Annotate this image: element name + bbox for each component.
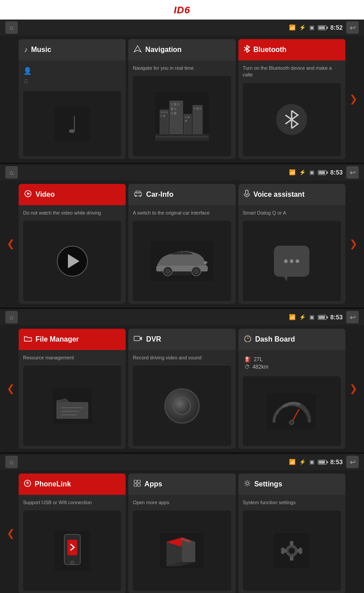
svg-rect-8 <box>161 115 162 117</box>
cards-container-3: File Manager Resource management <box>19 329 345 449</box>
svg-rect-25 <box>199 107 201 110</box>
home-button-3[interactable]: ⌂ <box>5 311 18 323</box>
svg-rect-17 <box>174 112 176 115</box>
card-navigation[interactable]: Navigation Navigate for you in real time <box>128 39 235 159</box>
dvr-icon-area <box>133 366 231 446</box>
right-arrow-3[interactable]: ❯ <box>345 329 361 449</box>
cards-container-2: Video Do not watch the video while drivi… <box>19 184 345 304</box>
bt-title: Bluetooth <box>253 46 287 54</box>
card-carinfo[interactable]: Car-Info A switch to the original car in… <box>128 184 235 304</box>
title-bar: ID6 <box>0 0 364 20</box>
svg-rect-70 <box>134 484 137 486</box>
card-settings[interactable]: Settings System function settings <box>238 474 345 593</box>
card-settings-header: Settings <box>238 474 345 495</box>
card-fm-body: Resource management <box>19 350 126 449</box>
play-triangle <box>68 254 79 268</box>
phone-svg <box>55 531 90 571</box>
video-header-icon <box>24 190 32 199</box>
card-dashboard[interactable]: Dash Board ⛽ 27L ⏱ 482km <box>238 329 345 449</box>
fm-desc: Resource management <box>23 354 121 361</box>
dvr-header-icon <box>134 335 142 343</box>
bluetooth-icon-4: ⚡ <box>299 459 306 465</box>
right-arrow-1[interactable]: ❯ <box>345 39 361 159</box>
app-title: ID6 <box>174 4 190 16</box>
gauge-svg <box>267 394 316 429</box>
settings-header-icon <box>244 480 251 489</box>
distance-value: 482km <box>253 364 269 370</box>
folder-svg <box>52 388 92 424</box>
card-bluetooth-header: Bluetooth <box>238 39 345 60</box>
svg-rect-23 <box>194 107 196 110</box>
dot-2 <box>290 259 293 263</box>
section-2: ⌂ 📶 ⚡ ▣ 8:53 ↩ ❮ Video Do not watch <box>0 164 364 309</box>
time-1: 8:52 <box>330 24 343 31</box>
chat-dots <box>284 259 299 263</box>
svg-text:♩: ♩ <box>67 112 78 138</box>
cards-container-1: ♪ Music 👤 ♫ ♩ <box>19 39 345 159</box>
svg-point-42 <box>157 263 160 265</box>
back-button-1[interactable]: ↩ <box>346 21 359 34</box>
wifi-icon-2: 📶 <box>289 169 296 175</box>
screen-icon-2: ▣ <box>309 169 314 175</box>
gear-svg <box>274 533 309 569</box>
cards-area-2: ❮ Video Do not watch the video while dri… <box>0 180 364 307</box>
svg-rect-69 <box>138 480 140 483</box>
svg-rect-20 <box>188 116 190 118</box>
bt-icon-area <box>243 83 341 156</box>
card-bluetooth[interactable]: Bluetooth Turn on the Bluetooth device a… <box>238 39 345 159</box>
svg-rect-49 <box>134 336 140 341</box>
dash-stats: ⛽ 27L ⏱ 482km <box>243 354 341 372</box>
card-dvr-body: Record driving video and sound <box>128 350 235 449</box>
fm-icon-area <box>23 366 121 446</box>
bluetooth-icon-1: ⚡ <box>299 24 306 31</box>
nav-title: Navigation <box>145 46 182 54</box>
svg-point-32 <box>135 195 137 197</box>
card-voice-header: Voice assistant <box>238 184 345 205</box>
time-2: 8:53 <box>330 169 343 176</box>
db-icon-area <box>243 376 341 446</box>
card-fm-header: File Manager <box>19 329 126 350</box>
svg-rect-16 <box>171 112 173 115</box>
svg-rect-26 <box>155 134 209 141</box>
left-arrow-4[interactable]: ❮ <box>3 474 19 593</box>
card-carinfo-body: A switch to the original car interface <box>128 205 235 304</box>
chat-bubble <box>274 246 309 277</box>
bt-desc: Turn on the Bluetooth device and make a … <box>243 65 341 79</box>
apps-icon-area <box>133 510 231 591</box>
card-filemanager[interactable]: File Manager Resource management <box>19 329 126 449</box>
svg-marker-29 <box>27 192 30 195</box>
home-button-1[interactable]: ⌂ <box>5 21 18 34</box>
card-db-body: ⛽ 27L ⏱ 482km <box>238 350 345 449</box>
battery-4 <box>318 460 327 465</box>
back-button-3[interactable]: ↩ <box>346 311 359 323</box>
card-music-header: ♪ Music <box>19 39 126 60</box>
home-button-2[interactable]: ⌂ <box>5 166 18 179</box>
left-arrow-2[interactable]: ❮ <box>3 184 19 304</box>
card-phonelink[interactable]: PhoneLink Support USB or Wifi connection <box>19 474 126 593</box>
card-apps[interactable]: Apps Open more apps <box>128 474 235 593</box>
fm-header-icon <box>24 335 32 343</box>
left-arrow-3[interactable]: ❮ <box>3 329 19 449</box>
fuel-icon: ⛽ <box>245 356 251 362</box>
screen-icon-1: ▣ <box>309 24 314 31</box>
svg-rect-14 <box>171 107 173 110</box>
card-voice[interactable]: Voice assistant Smart Dialog Q or A <box>238 184 345 304</box>
card-dvr[interactable]: DVR Record driving video and sound <box>128 329 235 449</box>
time-3: 8:53 <box>330 314 343 321</box>
svg-point-40 <box>194 269 198 274</box>
back-button-4[interactable]: ↩ <box>346 456 359 468</box>
cards-area-1: ❮ ♪ Music 👤 ♫ ♩ <box>0 36 364 163</box>
card-music-body: 👤 ♫ ♩ <box>19 60 126 159</box>
card-video[interactable]: Video Do not watch the video while drivi… <box>19 184 126 304</box>
card-nav-body: Navigate for you in real time <box>128 60 235 159</box>
home-button-4[interactable]: ⌂ <box>5 456 18 468</box>
music-note-svg: ♩ <box>55 106 90 142</box>
svg-rect-7 <box>166 111 168 113</box>
svg-marker-2 <box>134 46 141 52</box>
svg-point-61 <box>289 420 294 425</box>
right-arrow-2[interactable]: ❯ <box>345 184 361 304</box>
wifi-icon-4: 📶 <box>289 459 296 465</box>
svg-rect-5 <box>161 111 162 113</box>
card-music[interactable]: ♪ Music 👤 ♫ ♩ <box>19 39 126 159</box>
back-button-2[interactable]: ↩ <box>346 166 359 179</box>
